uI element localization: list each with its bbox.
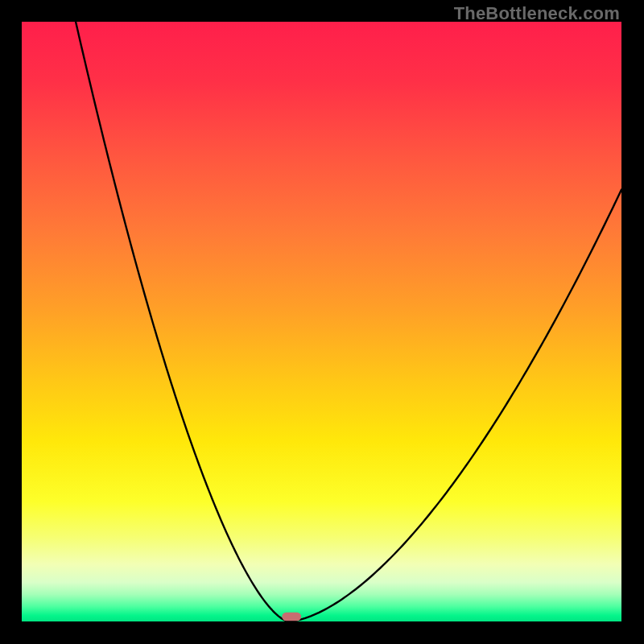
gradient-background [22, 22, 621, 621]
notch-marker [282, 613, 301, 621]
plot-area [22, 22, 621, 621]
chart-frame: TheBottleneck.com [0, 0, 644, 644]
bottleneck-curve-chart [22, 22, 621, 621]
